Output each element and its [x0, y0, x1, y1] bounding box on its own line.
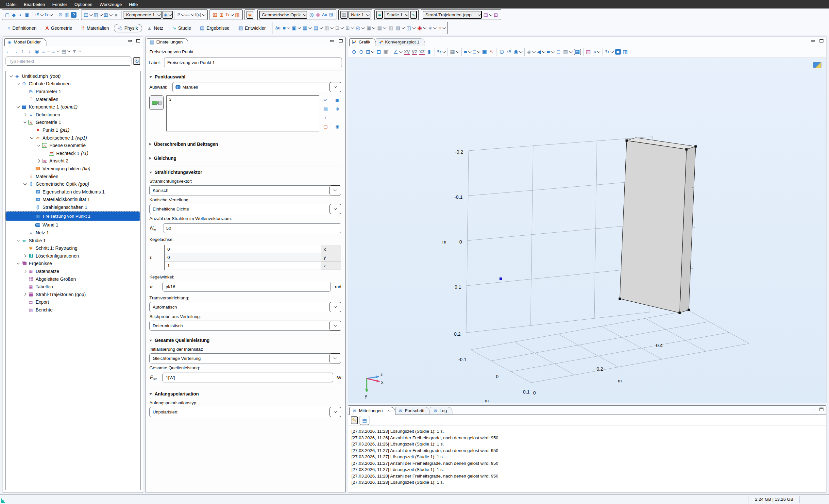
open-application-library-button[interactable]: ◆	[10, 11, 17, 19]
section-gleichung-header[interactable]: Gleichung	[149, 155, 341, 163]
edge-pair-button[interactable]: ▥	[324, 24, 334, 32]
mesh-grid-button[interactable]: ▦	[340, 11, 348, 19]
plot-group-button[interactable]: ▤	[483, 11, 493, 19]
dependent-variables-button[interactable]: Δu	[321, 11, 328, 19]
tree-node[interactable]: ▨Berichte	[6, 306, 140, 314]
menu-hilfe[interactable]: Hilfe	[125, 0, 141, 8]
workspace-tab-netz[interactable]: ▲Netz	[143, 24, 167, 32]
global-feature-button[interactable]: ▣	[366, 24, 375, 32]
render-solid-button[interactable]: ■	[546, 48, 555, 56]
reset-history-button[interactable]: ⊙	[57, 10, 64, 18]
tree-node[interactable]: AGeometrie 1	[6, 119, 140, 127]
compute-button[interactable]: =	[376, 11, 383, 19]
tab-log[interactable]: ✉Log	[430, 407, 453, 415]
tree-chevron-icon[interactable]	[36, 158, 41, 164]
select-boundaries-button[interactable]: □	[472, 48, 481, 56]
plot-refresh-button[interactable]: ↻	[604, 48, 614, 56]
workspace-tab-materialien[interactable]: ⠿Materialien	[77, 24, 113, 32]
target-button[interactable]: ◉	[417, 24, 427, 32]
rotate-button[interactable]: ↻	[436, 48, 445, 56]
dropdown-chevron-icon[interactable]	[329, 321, 341, 331]
intensitaet-select[interactable]: Gleichförmige Verteilung	[149, 353, 341, 363]
view-visibility-button[interactable]: ◉	[513, 48, 523, 56]
alpha-input[interactable]	[163, 282, 331, 292]
zoom-in-button[interactable]: ⊕	[351, 48, 357, 56]
tree-chevron-icon[interactable]	[16, 81, 21, 86]
tree-node[interactable]: Geometrische Optik(gop)	[6, 180, 140, 188]
tree-chevron-icon[interactable]	[16, 238, 21, 243]
tree-node[interactable]: DEigenschaften des Mediums 1	[6, 188, 140, 196]
domain-feature-button[interactable]: ■	[282, 24, 290, 32]
sync-button[interactable]: ↻	[224, 11, 234, 19]
move-up-button[interactable]: ↑	[19, 47, 26, 55]
axis-orientation-button[interactable]: ∠	[393, 48, 402, 56]
view-yz-button[interactable]: yz	[411, 48, 418, 56]
redo-button[interactable]: ↻	[44, 11, 53, 19]
boundary-pair-button[interactable]: ▦	[302, 24, 312, 32]
menu-fenster[interactable]: Fenster	[49, 0, 71, 8]
go-to-default-view-button[interactable]: ▣	[383, 48, 389, 56]
tree-node[interactable]: AEbene Geometrie	[6, 142, 140, 149]
reset-hiding-button[interactable]: ↺	[506, 48, 512, 56]
new-file-button[interactable]: ▢	[4, 11, 10, 19]
tree-node[interactable]: ∞Studie 1	[6, 237, 140, 245]
hide-selected-button[interactable]: ∅	[499, 48, 505, 56]
component-kind-button[interactable]: ◈	[163, 11, 173, 19]
insert-table-button[interactable]: ⊞	[218, 11, 224, 19]
maximize-icon[interactable]	[136, 39, 140, 42]
zoom-to-selection-button[interactable]: ⊕	[334, 105, 340, 113]
tree-node[interactable]: ≡Definitionen	[6, 111, 140, 119]
settings-tab[interactable]: ▤ Einstellungen	[147, 38, 188, 46]
tree-node[interactable]: ▱Arbeitsebene 1(wp1)	[6, 134, 140, 142]
add-node-button[interactable]: ▥	[93, 11, 103, 19]
tree-node[interactable]: ⊕Globale Definitionen	[6, 80, 140, 88]
minimize-icon[interactable]	[128, 40, 132, 41]
tree-chevron-icon[interactable]	[29, 135, 34, 140]
resize-grip-icon[interactable]	[1, 498, 6, 503]
parameters-button[interactable]: P	[177, 11, 185, 19]
zoom-extents-button[interactable]: ⊡	[375, 48, 382, 56]
tree-node[interactable]: Rechteck 1(r1)	[6, 149, 140, 157]
tree-node[interactable]: ▦Tabellen	[6, 283, 140, 291]
show-grid-active-button[interactable]: ▦	[573, 48, 581, 56]
cone-axis-row[interactable]: 1z	[165, 261, 341, 269]
point-feature-button[interactable]: ⊡	[335, 24, 344, 32]
copy-selection-button[interactable]: ▣	[334, 96, 340, 104]
scene-camera-button[interactable]: ▮	[426, 48, 432, 56]
filter-input[interactable]	[6, 57, 132, 66]
image-plane-button[interactable]: ▥	[563, 48, 573, 56]
view-xy-button[interactable]: xy	[403, 48, 410, 56]
workspace-tab-entwickler[interactable]: ▥Entwickler	[235, 24, 270, 32]
tree-node[interactable]: ∗Schritt 1: Raytracing	[6, 244, 140, 252]
tree-node[interactable]: ⠿Materialien	[6, 96, 140, 103]
cluster-computing-button[interactable]: ∗	[247, 11, 253, 19]
probe-tree-button[interactable]: ∗	[428, 24, 437, 32]
edge-feature-button[interactable]: ▤	[313, 24, 323, 32]
model-node-text-button[interactable]: ▤	[61, 47, 71, 55]
menu-werkzeuge[interactable]: Werkzeuge	[96, 0, 125, 8]
release-point-marker[interactable]	[500, 278, 502, 280]
tree-node[interactable]: DMaterialdiskontinuität 1	[6, 196, 140, 204]
active-toggle-button[interactable]	[149, 96, 164, 110]
axis-value-cell[interactable]: 0	[165, 245, 321, 253]
remove-from-selection-button[interactable]: −	[334, 114, 340, 121]
tree-chevron-icon[interactable]	[36, 143, 41, 148]
link-selection-button[interactable]: ∞	[322, 96, 329, 104]
delete-table-button[interactable]: ▥	[234, 11, 241, 19]
tree-node[interactable]: ▤Export	[6, 298, 140, 306]
tree-chevron-icon[interactable]	[16, 105, 21, 109]
zoom-box-button[interactable]: ⊞	[365, 48, 374, 56]
transversal-select[interactable]: Automatisch	[149, 302, 341, 312]
study-settings-button[interactable]: ∿	[410, 11, 417, 19]
dropdown-chevron-icon[interactable]	[329, 407, 341, 417]
tree-node[interactable]: Ergebnisse	[6, 260, 140, 268]
workspace-tab-geometrie[interactable]: AGeometrie	[41, 24, 76, 32]
tab-konvergenzplot-1[interactable]: Konvergenzplot 1	[376, 38, 425, 46]
copy-messages-button[interactable]: ▤	[360, 416, 369, 425]
tree-node[interactable]: Punkt 1(pt1)	[6, 126, 140, 134]
nw-input[interactable]	[163, 223, 341, 233]
save-button[interactable]: ▣	[24, 11, 30, 19]
tree-node[interactable]: ▦Datensätze	[6, 267, 140, 275]
paste-selection-button[interactable]: ▤	[322, 105, 329, 113]
maximize-icon[interactable]	[820, 39, 823, 42]
